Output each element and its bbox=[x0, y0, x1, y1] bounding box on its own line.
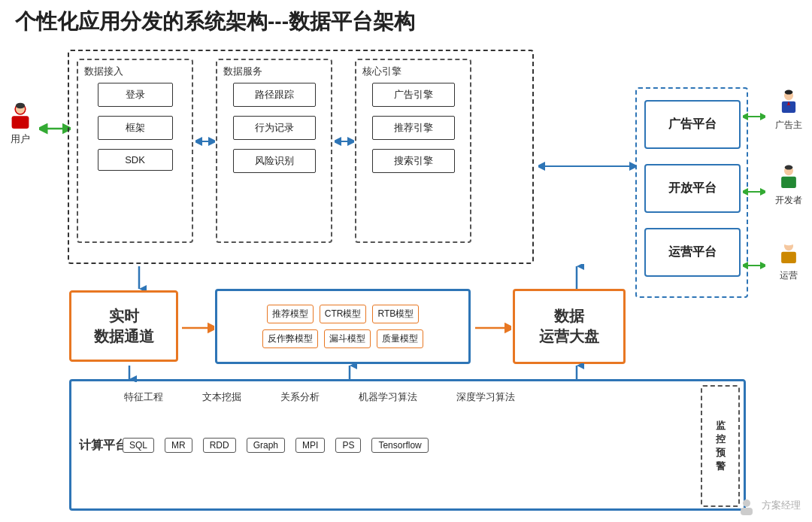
developer-label: 开发者 bbox=[775, 194, 802, 207]
svg-rect-1 bbox=[12, 116, 29, 129]
engine-to-platform-arrow bbox=[538, 159, 636, 177]
advertiser-label: 广告主 bbox=[775, 119, 802, 132]
ctr-model: CTR模型 bbox=[320, 305, 367, 323]
rtb-model: RTB模型 bbox=[372, 305, 419, 323]
compute-platform-box: 计算平台 监控预警 特征工程 文本挖掘 关系分析 机器学习算法 深度学习算法 S… bbox=[69, 379, 746, 511]
compute-up-arrow bbox=[342, 363, 357, 384]
watermark: 方案经理 bbox=[738, 497, 801, 515]
mr-item: MR bbox=[165, 438, 192, 453]
svg-rect-22 bbox=[783, 241, 794, 244]
svg-rect-30 bbox=[741, 508, 753, 515]
search-engine-box: 搜索引擎 bbox=[372, 149, 455, 173]
ad-engine-box: 广告引擎 bbox=[372, 83, 455, 107]
svg-point-14 bbox=[785, 90, 793, 95]
realtime-to-models-arrow bbox=[180, 320, 214, 338]
open-platform-box: 开放平台 bbox=[644, 164, 741, 213]
ad-platform-person-arrow bbox=[743, 110, 765, 126]
relation-analysis-label: 关系分析 bbox=[280, 390, 320, 404]
text-mining-label: 文本挖掘 bbox=[202, 390, 241, 404]
behavior-record-box: 行为记录 bbox=[233, 116, 316, 140]
realtime-line1: 实时 bbox=[109, 306, 139, 326]
models-box: 推荐模型 CTR模型 RTB模型 反作弊模型 漏斗模型 质量模型 bbox=[215, 289, 471, 364]
svg-rect-20 bbox=[781, 252, 796, 263]
realtime-down-arrow bbox=[122, 364, 137, 385]
ops-platform-person-arrow bbox=[743, 259, 765, 275]
operations-line1: 数据 bbox=[554, 306, 584, 326]
core-engine-label: 核心引擎 bbox=[362, 65, 401, 78]
advertiser-icon bbox=[774, 89, 803, 117]
core-engine-section: 核心引擎 广告引擎 推荐引擎 搜索引擎 bbox=[355, 59, 471, 243]
svg-rect-17 bbox=[781, 177, 796, 188]
input-to-service-arrow bbox=[195, 134, 215, 152]
outer-dashed-box: 数据接入 登录 框架 SDK 数据服务 路径跟踪 行为记录 风险识别 核心引擎 … bbox=[68, 50, 534, 264]
operations-up-arrow bbox=[569, 264, 584, 293]
sql-item: SQL bbox=[123, 438, 154, 453]
operator-label: 运营 bbox=[780, 269, 798, 282]
page-title: 个性化应用分发的系统架构---数据平台架构 bbox=[0, 0, 812, 42]
data-input-section: 数据接入 登录 框架 SDK bbox=[77, 59, 193, 243]
data-service-label: 数据服务 bbox=[223, 65, 262, 78]
models-to-operations-arrow bbox=[474, 320, 511, 338]
operator-icon bbox=[774, 239, 803, 268]
mpi-item: MPI bbox=[295, 438, 325, 453]
user-label: 用户 bbox=[11, 132, 30, 146]
anti-fraud-model: 反作弊模型 bbox=[262, 329, 318, 348]
watermark-text: 方案经理 bbox=[762, 499, 801, 511]
platforms-container: 广告平台 开放平台 运营平台 bbox=[635, 87, 748, 298]
realtime-box: 实时 数据通道 bbox=[69, 290, 178, 362]
ml-label: 机器学习算法 bbox=[359, 390, 417, 404]
operations-line2: 运营大盘 bbox=[539, 326, 599, 347]
ops-platform-box: 运营平台 bbox=[644, 228, 741, 277]
graph-item: Graph bbox=[247, 438, 285, 453]
open-platform-person-arrow bbox=[743, 185, 765, 202]
compute-label: 计算平台 bbox=[79, 437, 127, 453]
svg-point-3 bbox=[16, 103, 25, 109]
developer-icon bbox=[774, 164, 803, 193]
main-area: 用户 数据接入 登录 框架 SDK bbox=[0, 42, 812, 522]
user-icon bbox=[6, 102, 35, 131]
developer-person: 开发者 bbox=[774, 164, 803, 207]
svg-point-29 bbox=[743, 499, 750, 507]
login-box: 登录 bbox=[98, 83, 173, 107]
advertiser-person: 广告主 bbox=[774, 89, 803, 132]
sdk-box: SDK bbox=[98, 149, 173, 171]
dl-label: 深度学习算法 bbox=[456, 390, 515, 404]
data-service-section: 数据服务 路径跟踪 行为记录 风险识别 bbox=[216, 59, 332, 243]
recommend-engine-box: 推荐引擎 bbox=[372, 116, 455, 140]
tensorflow-item: Tensorflow bbox=[371, 438, 428, 453]
user-person: 用户 bbox=[6, 102, 35, 146]
ps-item: PS bbox=[335, 438, 361, 453]
recommend-model: 推荐模型 bbox=[267, 305, 314, 323]
compute-to-ops-arrow bbox=[569, 363, 584, 384]
feature-eng-label: 特征工程 bbox=[124, 390, 163, 404]
operator-person: 运营 bbox=[774, 239, 803, 282]
ad-platform-box: 广告平台 bbox=[644, 100, 741, 149]
monitor-box: 监控预警 bbox=[701, 385, 740, 507]
svg-point-18 bbox=[785, 165, 793, 170]
data-input-label: 数据接入 bbox=[84, 65, 123, 78]
operations-box: 数据 运营大盘 bbox=[513, 289, 626, 364]
framework-box: 框架 bbox=[98, 116, 173, 140]
funnel-model: 漏斗模型 bbox=[324, 329, 371, 348]
quality-model: 质量模型 bbox=[377, 329, 423, 348]
rdd-item: RDD bbox=[203, 438, 236, 453]
path-tracking-box: 路径跟踪 bbox=[233, 83, 316, 107]
risk-id-box: 风险识别 bbox=[233, 149, 316, 173]
user-to-input-arrow bbox=[39, 121, 71, 136]
realtime-line2: 数据通道 bbox=[94, 326, 154, 347]
service-to-engine-arrow bbox=[335, 134, 354, 152]
